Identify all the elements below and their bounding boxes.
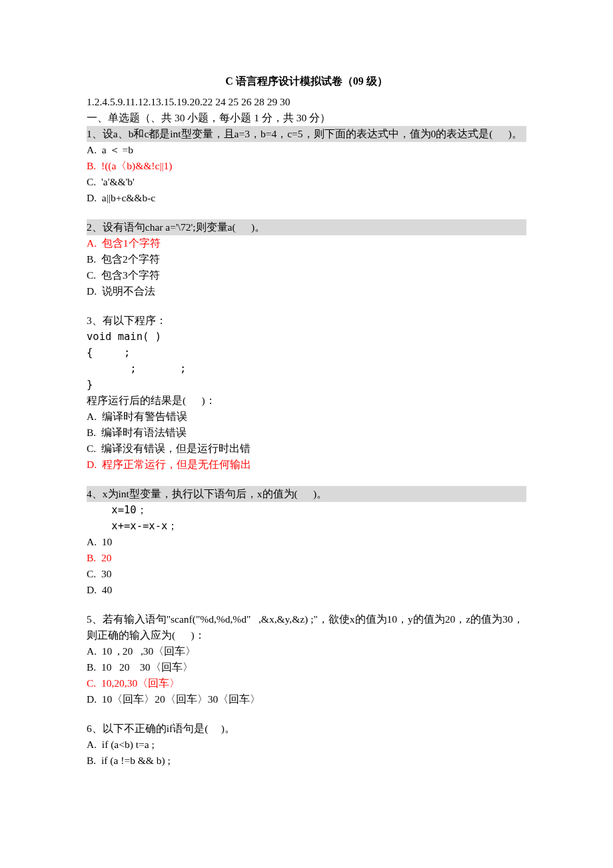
- q5-option-c: C. 10,20,30〈回车〉: [87, 675, 526, 691]
- q5-option-b: B. 10 20 30〈回车〉: [87, 659, 526, 675]
- q3-after: 程序运行后的结果是( )：: [87, 393, 526, 409]
- q3-option-b: B. 编译时有语法错误: [87, 425, 526, 441]
- q3-option-c: C. 编译没有错误，但是运行时出错: [87, 441, 526, 457]
- q5-option-d: D. 10〈回车〉20〈回车〉30〈回车〉: [87, 691, 526, 707]
- section-heading: 一、单选题（、共 30 小题，每小题 1 分，共 30 分）: [87, 110, 526, 126]
- q3-code-line: }: [87, 377, 526, 393]
- q5-stem: 5、若有输入语句"scanf("%d,%d,%d" ,&x,&y,&z) ;"，…: [87, 611, 526, 643]
- q4-option-d: D. 40: [87, 582, 526, 598]
- q1-option-b: B. !((a〈b)&&!c||1): [87, 158, 526, 174]
- question-2: 2、设有语句char a='\72';则变量a( )。 A. 包含1个字符 B.…: [87, 219, 526, 299]
- q4-stem: 4、x为int型变量，执行以下语句后，x的值为( )。: [87, 486, 526, 502]
- q2-stem: 2、设有语句char a='\72';则变量a( )。: [87, 219, 526, 235]
- question-3: 3、有以下程序： void main( ) { ; ; ; } 程序运行后的结果…: [87, 313, 526, 473]
- index-line: 1.2.4.5.9.11.12.13.15.19.20.22 24 25 26 …: [87, 94, 526, 110]
- q6-stem: 6、以下不正确的if语句是( )。: [87, 721, 526, 737]
- q4-option-c: C. 30: [87, 566, 526, 582]
- question-1: 1、设a、b和c都是int型变量，且a=3，b=4，c=5，则下面的表达式中，值…: [87, 126, 526, 206]
- q3-code-line: { ;: [87, 345, 526, 361]
- q6-option-b: B. if (a !=b && b) ;: [87, 753, 526, 769]
- question-5: 5、若有输入语句"scanf("%d,%d,%d" ,&x,&y,&z) ;"，…: [87, 611, 526, 707]
- q2-option-d: D. 说明不合法: [87, 283, 526, 299]
- q4-option-b: B. 20: [87, 550, 526, 566]
- q4-code-line: x=10；: [87, 502, 526, 518]
- question-6: 6、以下不正确的if语句是( )。 A. if (a<b) t=a ; B. i…: [87, 721, 526, 769]
- q5-option-a: A. 10 , 20 ,30〈回车〉: [87, 643, 526, 659]
- q1-stem: 1、设a、b和c都是int型变量，且a=3，b=4，c=5，则下面的表达式中，值…: [87, 126, 526, 142]
- page-title: C 语言程序设计模拟试卷（09 级）: [87, 73, 526, 90]
- q4-code-line: x+=x-=x-x；: [87, 518, 526, 534]
- q3-option-d: D. 程序正常运行，但是无任何输出: [87, 457, 526, 473]
- q1-option-d: D. a||b+c&&b-c: [87, 190, 526, 206]
- q3-code-line: void main( ): [87, 329, 526, 345]
- q1-option-a: A. a ＜ =b: [87, 142, 526, 158]
- q3-code-line: ; ;: [87, 361, 526, 377]
- q2-option-a: A. 包含1个字符: [87, 235, 526, 251]
- q1-option-c: C. 'a'&&'b': [87, 174, 526, 190]
- q3-stem: 3、有以下程序：: [87, 313, 526, 329]
- q2-option-c: C. 包含3个字符: [87, 267, 526, 283]
- q4-option-a: A. 10: [87, 534, 526, 550]
- question-4: 4、x为int型变量，执行以下语句后，x的值为( )。 x=10； x+=x-=…: [87, 486, 526, 598]
- q2-option-b: B. 包含2个字符: [87, 251, 526, 267]
- q6-option-a: A. if (a<b) t=a ;: [87, 737, 526, 753]
- q3-option-a: A. 编译时有警告错误: [87, 409, 526, 425]
